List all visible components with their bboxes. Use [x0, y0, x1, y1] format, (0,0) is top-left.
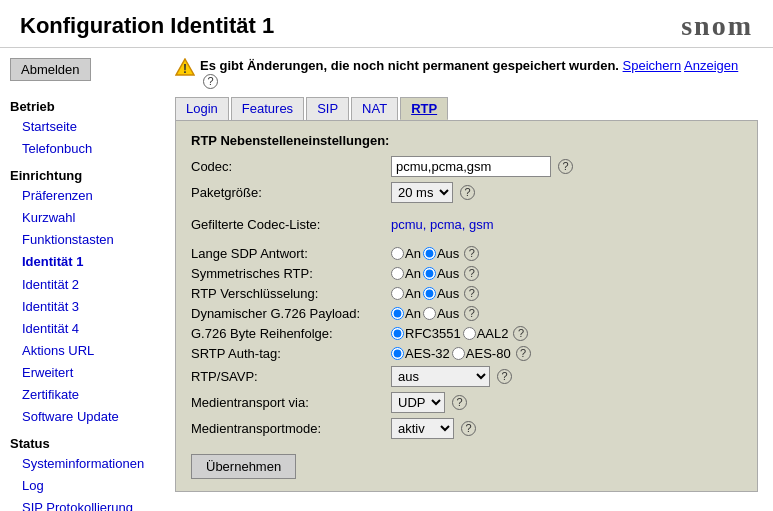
lange-sdp-aus-label[interactable]: Aus	[423, 246, 459, 261]
paketgroesse-help-icon[interactable]: ?	[460, 185, 475, 200]
panel-title: RTP Nebenstelleneinstellungen:	[191, 133, 742, 148]
label-rtp-enc: RTP Verschlüsselung:	[191, 286, 391, 301]
warning-icon: !	[175, 58, 195, 76]
media-transport-help-icon[interactable]: ?	[452, 395, 467, 410]
submit-row: Übernehmen	[191, 444, 742, 479]
g726-aal-label[interactable]: AAL2	[463, 326, 509, 341]
sidebar-item-funktionstasten[interactable]: Funktionstasten	[10, 229, 150, 251]
label-filtered-codec: Gefilterte Codec-Liste:	[191, 217, 391, 232]
rtp-form-panel: RTP Nebenstelleneinstellungen: Codec: ? …	[175, 120, 758, 492]
g726-byte-help-icon[interactable]: ?	[513, 326, 528, 341]
value-sym-rtp: An Aus ?	[391, 266, 479, 281]
sidebar-item-kurzwahl[interactable]: Kurzwahl	[10, 207, 150, 229]
row-media-mode: Medientransportmode: aktiv passiv ?	[191, 418, 742, 439]
section-betrieb: Betrieb	[10, 99, 150, 114]
g726-payload-help-icon[interactable]: ?	[464, 306, 479, 321]
media-mode-select[interactable]: aktiv passiv	[391, 418, 454, 439]
sym-rtp-aus-label[interactable]: Aus	[423, 266, 459, 281]
row-empty2	[191, 237, 742, 241]
srtp-aes80-radio[interactable]	[452, 347, 465, 360]
lange-sdp-an-label[interactable]: An	[391, 246, 421, 261]
media-transport-select[interactable]: UDP TCP TLS	[391, 392, 445, 413]
sidebar-item-startseite[interactable]: Startseite	[10, 116, 150, 138]
srtp-auth-help-icon[interactable]: ?	[516, 346, 531, 361]
sidebar-item-identitaet4[interactable]: Identität 4	[10, 318, 150, 340]
rtp-enc-aus-label[interactable]: Aus	[423, 286, 459, 301]
warning-bar: ! Es gibt Änderungen, die noch nicht per…	[175, 58, 758, 89]
value-g726-payload: An Aus ?	[391, 306, 479, 321]
row-sym-rtp: Symmetrisches RTP: An Aus ?	[191, 266, 742, 281]
sym-rtp-aus-radio[interactable]	[423, 267, 436, 280]
paketgroesse-select[interactable]: 20 ms 30 ms 40 ms	[391, 182, 453, 203]
sidebar-item-erweitert[interactable]: Erweitert	[10, 362, 150, 384]
value-codec: ?	[391, 156, 573, 177]
warning-text: Es gibt Änderungen, die noch nicht perma…	[200, 58, 619, 73]
lange-sdp-aus-radio[interactable]	[423, 247, 436, 260]
g726-payload-aus-radio[interactable]	[423, 307, 436, 320]
logout-button[interactable]: Abmelden	[10, 58, 91, 81]
rtp-enc-help-icon[interactable]: ?	[464, 286, 479, 301]
save-link[interactable]: Speichern	[623, 58, 682, 73]
g726-payload-aus-label[interactable]: Aus	[423, 306, 459, 321]
srtp-aes32-label[interactable]: AES-32	[391, 346, 450, 361]
label-media-transport: Medientransport via:	[191, 395, 391, 410]
sidebar-item-aktions-url[interactable]: Aktions URL	[10, 340, 150, 362]
tab-rtp[interactable]: RTP	[400, 97, 448, 120]
sidebar-item-identitaet3[interactable]: Identität 3	[10, 296, 150, 318]
codec-input[interactable]	[391, 156, 551, 177]
rtp-savp-help-icon[interactable]: ?	[497, 369, 512, 384]
g726-rfc-label[interactable]: RFC3551	[391, 326, 461, 341]
section-einrichtung: Einrichtung	[10, 168, 150, 183]
label-lange-sdp: Lange SDP Antwort:	[191, 246, 391, 261]
row-paketgroesse: Paketgröße: 20 ms 30 ms 40 ms ?	[191, 182, 742, 203]
media-mode-help-icon[interactable]: ?	[461, 421, 476, 436]
g726-payload-an-label[interactable]: An	[391, 306, 421, 321]
rtp-enc-an-radio[interactable]	[391, 287, 404, 300]
tab-bar: Login Features SIP NAT RTP	[175, 97, 758, 120]
rtp-savp-select[interactable]: aus optional obligatorisch	[391, 366, 490, 387]
sym-rtp-an-label[interactable]: An	[391, 266, 421, 281]
sidebar-item-systeminformationen[interactable]: Systeminformationen	[10, 453, 150, 475]
srtp-aes80-label[interactable]: AES-80	[452, 346, 511, 361]
lange-sdp-an-radio[interactable]	[391, 247, 404, 260]
sidebar-item-identitaet1[interactable]: Identität 1	[10, 251, 150, 273]
rtp-enc-an-label[interactable]: An	[391, 286, 421, 301]
sym-rtp-help-icon[interactable]: ?	[464, 266, 479, 281]
value-media-mode: aktiv passiv ?	[391, 418, 476, 439]
sidebar-item-zertifikate[interactable]: Zertifikate	[10, 384, 150, 406]
tab-login[interactable]: Login	[175, 97, 229, 120]
rtp-enc-aus-radio[interactable]	[423, 287, 436, 300]
label-codec: Codec:	[191, 159, 391, 174]
g726-aal-radio[interactable]	[463, 327, 476, 340]
tab-nat[interactable]: NAT	[351, 97, 398, 120]
sidebar-item-sip-protokollierung[interactable]: SIP Protokollierung	[10, 497, 150, 511]
sidebar-item-software-update[interactable]: Software Update	[10, 406, 150, 428]
srtp-aes32-radio[interactable]	[391, 347, 404, 360]
tab-sip[interactable]: SIP	[306, 97, 349, 120]
content-area: ! Es gibt Änderungen, die noch nicht per…	[160, 48, 773, 511]
label-media-mode: Medientransportmode:	[191, 421, 391, 436]
sidebar-item-praeferenzen[interactable]: Präferenzen	[10, 185, 150, 207]
sidebar: Abmelden Betrieb Startseite Telefonbuch …	[0, 48, 160, 511]
svg-text:!: !	[183, 62, 187, 76]
row-rtp-savp: RTP/SAVP: aus optional obligatorisch ?	[191, 366, 742, 387]
filtered-codec-value: pcmu, pcma, gsm	[391, 217, 494, 232]
label-paketgroesse: Paketgröße:	[191, 185, 391, 200]
value-filtered-codec: pcmu, pcma, gsm	[391, 217, 494, 232]
lange-sdp-help-icon[interactable]: ?	[464, 246, 479, 261]
codec-help-icon[interactable]: ?	[558, 159, 573, 174]
g726-rfc-radio[interactable]	[391, 327, 404, 340]
tab-features[interactable]: Features	[231, 97, 304, 120]
g726-payload-an-radio[interactable]	[391, 307, 404, 320]
warning-help-icon[interactable]: ?	[203, 74, 218, 89]
sidebar-item-identitaet2[interactable]: Identität 2	[10, 274, 150, 296]
warning-message: Es gibt Änderungen, die noch nicht perma…	[200, 58, 758, 89]
sidebar-item-telefonbuch[interactable]: Telefonbuch	[10, 138, 150, 160]
submit-button[interactable]: Übernehmen	[191, 454, 296, 479]
row-media-transport: Medientransport via: UDP TCP TLS ?	[191, 392, 742, 413]
value-srtp-auth: AES-32 AES-80 ?	[391, 346, 531, 361]
sym-rtp-an-radio[interactable]	[391, 267, 404, 280]
sidebar-item-log[interactable]: Log	[10, 475, 150, 497]
section-status: Status	[10, 436, 150, 451]
show-link[interactable]: Anzeigen	[684, 58, 738, 73]
